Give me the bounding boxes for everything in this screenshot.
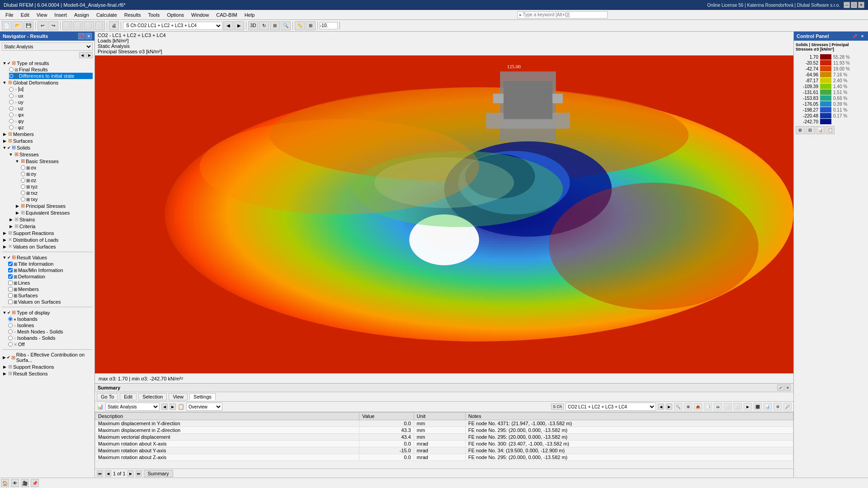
table-row[interactable]: Maximum rotation about X-axis 0.0 mrad F… (95, 441, 793, 447)
sum-lc-prev[interactable]: ◀ (658, 404, 664, 410)
minimize-btn[interactable]: ─ (844, 2, 850, 8)
tree-phiy[interactable]: ○φy (9, 118, 93, 124)
tb-prev-lc[interactable]: ◀ (223, 21, 233, 30)
tree-stresses[interactable]: ▼ ⊞ Stresses (8, 151, 93, 158)
sum-tb11[interactable]: ⚙ (774, 403, 782, 410)
tb-print[interactable]: 🖨 (109, 21, 119, 30)
pager-last[interactable]: ⏭ (136, 470, 142, 477)
nav-prev-btn[interactable]: ◀ (79, 52, 85, 58)
tree-sigma-x[interactable]: ⊞σx (21, 164, 93, 171)
sum-tb10[interactable]: 📊 (764, 403, 772, 410)
tree-uz[interactable]: ○uz (9, 105, 93, 112)
load-case-combo[interactable]: S Ch CO2 LC1 + LC2 + LC3 + LC4 (123, 22, 222, 30)
menu-help[interactable]: Help (241, 11, 259, 19)
table-row[interactable]: Maximum rotation about Z-axis 0.0 mrad F… (95, 454, 793, 461)
tree-differences[interactable]: ⊞ Differences to initial state (9, 73, 93, 79)
tree-support-reactions-2[interactable]: ▶ ⊞ Support Reactions (2, 363, 93, 370)
close-btn[interactable]: ✕ (858, 2, 864, 8)
tree-values-surfaces-rv[interactable]: ⊞Values on Surfaces (8, 299, 93, 305)
tree-final-results[interactable]: ⊞ Final Results (9, 66, 93, 73)
sum-tb7[interactable]: ⬜ (734, 403, 742, 410)
tb-view2[interactable]: ⬜ (73, 21, 83, 30)
nav-pin-btn[interactable]: 📌 (78, 33, 85, 39)
tree-criteria[interactable]: ▶ ⊞ Criteria (8, 223, 93, 230)
sum-tb3[interactable]: 📤 (694, 403, 702, 410)
cp-tb-4[interactable]: 📋 (826, 126, 835, 134)
tb-measure[interactable]: 📏 (295, 21, 305, 30)
tb-zoom-in[interactable]: 🔍 (281, 21, 291, 30)
sum-tb2[interactable]: ⊞ (684, 403, 692, 410)
sum-tb9[interactable]: ⬛ (754, 403, 762, 410)
table-row[interactable]: Maximum vectorial displacement 43.4 mm F… (95, 434, 793, 441)
summary-close-btn[interactable]: ✕ (784, 385, 791, 391)
tb-redo[interactable]: ↪ (48, 21, 58, 30)
menu-calculate[interactable]: Calculate (93, 11, 121, 19)
table-row[interactable]: Maximum displacement in Z-direction 43.3… (95, 427, 793, 434)
tree-type-results[interactable]: ▼ ✔ ⊞ Type of results (2, 60, 93, 66)
tree-basic-stresses[interactable]: ▼ ⊞ Basic Stresses (14, 158, 93, 164)
maximize-btn[interactable]: □ (851, 2, 857, 8)
tree-title-info[interactable]: ⊞Title Information (8, 261, 93, 267)
tree-surfaces[interactable]: ▶ ⊞ Surfaces (2, 137, 93, 144)
tab-settings[interactable]: Settings (189, 393, 216, 400)
tb-zoom-all[interactable]: ⊞ (270, 21, 280, 30)
pager-next[interactable]: ▶ (127, 470, 134, 477)
tree-isobands-solids[interactable]: ○Isobands - Solids (8, 335, 93, 341)
tb-open[interactable]: 📂 (13, 21, 23, 30)
nav-next-btn[interactable]: ▶ (86, 52, 93, 58)
sum-tb8[interactable]: ▶ (744, 403, 752, 410)
tb-grid[interactable]: ⊞ (306, 21, 316, 30)
tree-isobands[interactable]: ●Isobands (8, 316, 93, 322)
tree-phix[interactable]: ○φx (9, 112, 93, 118)
tree-tau-xz[interactable]: ⊞τxz (21, 190, 93, 196)
tree-principal-stresses[interactable]: ▶ ⊞ Principal Stresses (14, 202, 93, 209)
tb-new[interactable]: 📄 (2, 21, 12, 30)
menu-tools[interactable]: Tools (144, 11, 163, 19)
analysis-type-select[interactable]: Static Analysis (105, 403, 160, 411)
tree-maxmin-info[interactable]: ⊞Max/Min Information (8, 267, 93, 273)
tb-save[interactable]: 💾 (24, 21, 33, 30)
menu-insert[interactable]: Insert (51, 11, 71, 19)
tree-mesh-nodes-solids[interactable]: ○Mesh Nodes - Solids (8, 328, 93, 335)
tree-strains[interactable]: ▶ ⊞ Strains (8, 216, 93, 223)
sum-tb5[interactable]: 🗂 (714, 403, 722, 410)
tree-lines[interactable]: ⊞Lines (8, 280, 93, 286)
tree-ux[interactable]: ○ux (9, 93, 93, 99)
tb-next-lc[interactable]: ▶ (234, 21, 244, 30)
sum-tb12[interactable]: 🔎 (783, 403, 792, 410)
sum-lc-next[interactable]: ▶ (666, 404, 672, 410)
tree-solids[interactable]: ▼ ✔ ⊞ Solids (2, 144, 93, 151)
tree-ribs[interactable]: ▶ ✔ ⊞ Ribs - Effective Contribution on S… (2, 352, 93, 363)
cp-tb-2[interactable]: ⊟ (806, 126, 815, 134)
sum-tb1[interactable]: 🔍 (674, 403, 682, 410)
tree-uy[interactable]: ○uy (9, 99, 93, 105)
tree-values-surfaces[interactable]: ▶ ✕ Values on Surfaces (2, 243, 93, 250)
tree-members-rv[interactable]: ⊞Members (8, 286, 93, 292)
tree-tau-xy[interactable]: ⊞τxy (21, 196, 93, 202)
tree-type-display[interactable]: ▼ ✔ ⊞ Type of display (2, 309, 93, 316)
nav-close-btn[interactable]: ✕ (85, 33, 92, 39)
sum-tb4[interactable]: 📑 (704, 403, 712, 410)
summary-expand-btn[interactable]: ⤢ (777, 385, 783, 391)
tb-view3[interactable]: ⬜ (84, 21, 94, 30)
cp-tb-1[interactable]: ⊞ (796, 126, 805, 134)
sum-prev-btn[interactable]: ◀ (161, 404, 168, 410)
tree-members[interactable]: ▶ ⊞ Members (2, 131, 93, 137)
tree-isolines[interactable]: ○Isolines (8, 322, 93, 328)
tree-deformation[interactable]: ⊞Deformation (8, 273, 93, 280)
tree-off[interactable]: ✕Off (8, 341, 93, 347)
tree-result-values[interactable]: ▼ ✔ ⊞ Result Values (2, 254, 93, 261)
tab-edit[interactable]: Edit (120, 393, 137, 400)
table-row[interactable]: Maximum rotation about Y-axis -15.0 mrad… (95, 447, 793, 454)
sum-tb6[interactable]: ⬜ (724, 403, 732, 410)
sum-lc-select[interactable]: CO2 LC1 + LC2 + LC3 + LC4 (566, 403, 656, 411)
keyword-search[interactable] (517, 11, 608, 19)
value-input[interactable] (320, 22, 338, 29)
analysis-select[interactable]: Static Analysis (2, 42, 93, 51)
menu-results[interactable]: Results (121, 11, 145, 19)
menu-assign[interactable]: Assign (71, 11, 93, 19)
tree-result-sections[interactable]: ▶ ⊞ Result Sections (2, 370, 93, 377)
overview-select[interactable]: Overview (186, 403, 222, 411)
menu-options[interactable]: Options (163, 11, 188, 19)
menu-edit[interactable]: Edit (17, 11, 33, 19)
